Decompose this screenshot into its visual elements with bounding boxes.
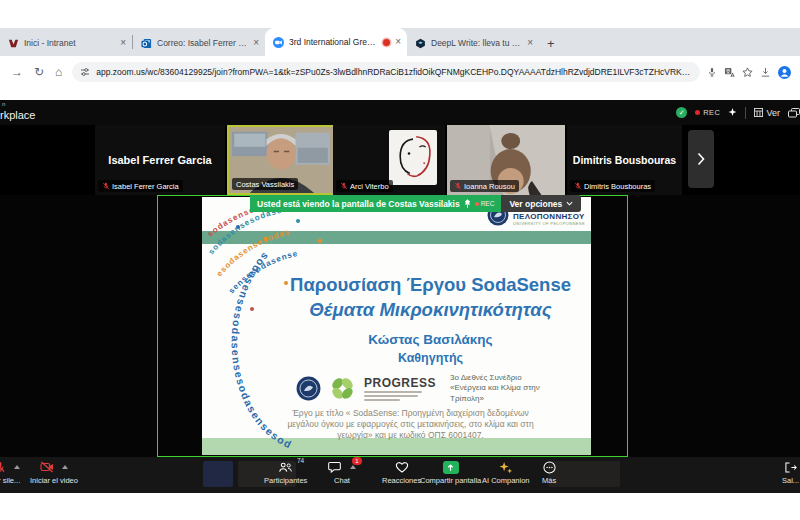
video-label: Iniciar el video <box>30 476 78 485</box>
reload-icon[interactable]: ↻ <box>34 65 44 79</box>
new-tab-button[interactable]: + <box>547 36 555 51</box>
slide-footer-text: Έργο με τίτλο « SodaSense: Προηγμένη δια… <box>252 408 569 441</box>
slide-presenter: Κώστας Βασιλάκης <box>274 330 587 350</box>
participants-count: 74 <box>297 457 304 464</box>
share-screen-icon <box>443 461 459 474</box>
zoom-window-header: n rkplace ✓ REC Ver <box>0 100 800 125</box>
bookmark-star-icon[interactable] <box>742 67 753 78</box>
zoom-favicon <box>273 37 284 48</box>
participants-icon <box>278 462 293 473</box>
ai-sparkle-icon[interactable] <box>728 108 737 117</box>
view-button[interactable]: Ver <box>754 108 780 118</box>
security-shield-icon[interactable]: ✓ <box>676 107 687 118</box>
tab-intranet[interactable]: Inici - Intranet × <box>0 30 132 56</box>
profile-avatar[interactable] <box>778 66 791 79</box>
translate-icon[interactable] <box>724 67 735 78</box>
progress-tagline-line <box>364 391 422 393</box>
screen: Inici - Intranet × Correo: Isabel Ferrer… <box>0 0 800 520</box>
participant-label: Ioanna Rousou <box>450 180 519 192</box>
rec-dot-icon <box>475 202 479 206</box>
rec-dot-icon <box>695 110 700 115</box>
share-screen-button[interactable]: Compartir pantalla <box>420 460 481 485</box>
participant-tile-dimitris[interactable]: Dimitris Bousbouras Dimitris Bousbouras <box>567 125 682 195</box>
banner-recording-indicator: REC <box>475 200 495 207</box>
pin-icon <box>464 199 471 208</box>
participant-tile-arci[interactable]: Arci Viterbo <box>333 125 445 195</box>
leave-button[interactable]: Sal... <box>782 460 799 485</box>
progress-tagline-line <box>364 399 400 401</box>
shared-screen-stage: sodasensesodasensesodasensesod sodasense… <box>0 195 800 457</box>
view-options-button[interactable]: Ver opciones <box>501 195 581 212</box>
close-icon[interactable]: × <box>395 37 401 47</box>
tab-deepl[interactable]: DeepL Write: lleva tu escritura ... × <box>407 30 539 56</box>
slide-presenter-title: Καθηγητής <box>274 350 587 368</box>
browser-toolbar: → ↻ ⌂ app.zoom.us/wc/83604129925/join?fr… <box>0 56 800 88</box>
progress-clover-icon <box>329 375 356 402</box>
university-name-el-2: ΠΕΛΟΠΟΝΝΗΣΟΥ <box>513 212 585 221</box>
participant-tile-isabel[interactable]: Isabel Ferrer Garcia Isabel Ferrer Garci… <box>95 125 225 195</box>
home-icon[interactable]: ⌂ <box>55 65 62 79</box>
next-participants-button[interactable] <box>688 130 714 188</box>
recording-indicator: REC <box>695 108 720 117</box>
mute-options-caret[interactable] <box>14 465 20 469</box>
browser-tab-strip: Inici - Intranet × Correo: Isabel Ferrer… <box>0 28 800 56</box>
start-video-button[interactable]: Iniciar el video <box>30 460 78 485</box>
chat-label: Chat <box>334 476 350 485</box>
ai-sparkles-icon <box>498 461 513 474</box>
more-icon <box>543 461 556 474</box>
slide-ghost-eu-flag <box>203 461 233 487</box>
mute-label: ar sile... <box>0 476 20 485</box>
mic-muted-icon <box>454 182 462 190</box>
participant-label: Arci Viterbo <box>336 180 393 192</box>
site-settings-icon[interactable] <box>80 67 90 77</box>
ai-companion-button[interactable]: AI Companion <box>482 460 530 485</box>
share-screen-label: Compartir pantalla <box>420 476 481 485</box>
deepl-favicon <box>415 38 426 49</box>
chat-unread-badge: 1 <box>352 457 362 465</box>
close-icon[interactable]: × <box>527 38 533 48</box>
reactions-button[interactable]: Reacciones <box>382 460 421 485</box>
downloads-icon[interactable] <box>760 67 771 78</box>
tab-zoom-active[interactable]: 3rd International Greek Co... × <box>265 28 407 56</box>
view-grid-icon <box>754 108 763 117</box>
participant-tile-ioanna[interactable]: Ioanna Rousou <box>447 125 565 195</box>
chat-icon <box>328 461 341 473</box>
tab-outlook[interactable]: Correo: Isabel Ferrer Garcia - O... × <box>133 30 265 56</box>
omnibox[interactable]: app.zoom.us/wc/83604129925/join?fromPWA=… <box>72 62 700 82</box>
participant-label: Dimitris Bousbouras <box>570 180 655 192</box>
window-title-fragment: n <box>2 101 5 107</box>
camera-off-icon <box>40 461 54 473</box>
layers-icon[interactable] <box>788 108 800 118</box>
close-icon[interactable]: × <box>120 38 126 48</box>
tab-title: 3rd International Greek Co... <box>289 37 378 47</box>
slide-ghost-thumb <box>548 461 620 487</box>
progress-wordmark: PROGRESS <box>364 377 436 401</box>
progress-label: PROGRESS <box>364 377 436 389</box>
mic-muted-icon <box>102 182 110 190</box>
ai-companion-label: AI Companion <box>482 476 530 485</box>
close-icon[interactable]: × <box>253 38 259 48</box>
participant-tile-costas[interactable]: Costas Vassilakis <box>227 125 335 195</box>
leave-icon <box>784 462 797 473</box>
zoom-toolbar: ar sile... Iniciar el video 74 Participa… <box>0 457 800 493</box>
heart-icon <box>395 461 409 473</box>
mic-muted-icon <box>574 182 582 190</box>
tab-title: DeepL Write: lleva tu escritura ... <box>431 38 522 48</box>
presentation-slide: sodasensesodasensesodasensesod sodasense… <box>202 197 591 455</box>
participants-button[interactable]: 74 Participantes <box>264 460 307 485</box>
url-text: app.zoom.us/wc/83604129925/join?fromPWA=… <box>96 67 692 77</box>
chat-options-caret[interactable] <box>350 465 356 469</box>
participant-label: Costas Vassilakis <box>232 178 298 190</box>
more-button[interactable]: Más <box>542 460 556 485</box>
header-divider <box>745 107 746 119</box>
reactions-label: Reacciones <box>382 476 421 485</box>
voice-search-icon[interactable] <box>707 67 717 78</box>
forward-icon[interactable]: → <box>11 65 23 79</box>
unmute-button[interactable]: ar sile... <box>0 460 20 485</box>
slide-title-1: Παρουσίαση Έργου SodaSense <box>274 273 587 298</box>
progress-tagline-line <box>364 395 418 397</box>
tab-recording-icon <box>383 39 390 46</box>
window-title-partial: rkplace <box>0 109 35 121</box>
chat-button[interactable]: 1 Chat <box>328 460 356 485</box>
video-options-caret[interactable] <box>62 465 68 469</box>
